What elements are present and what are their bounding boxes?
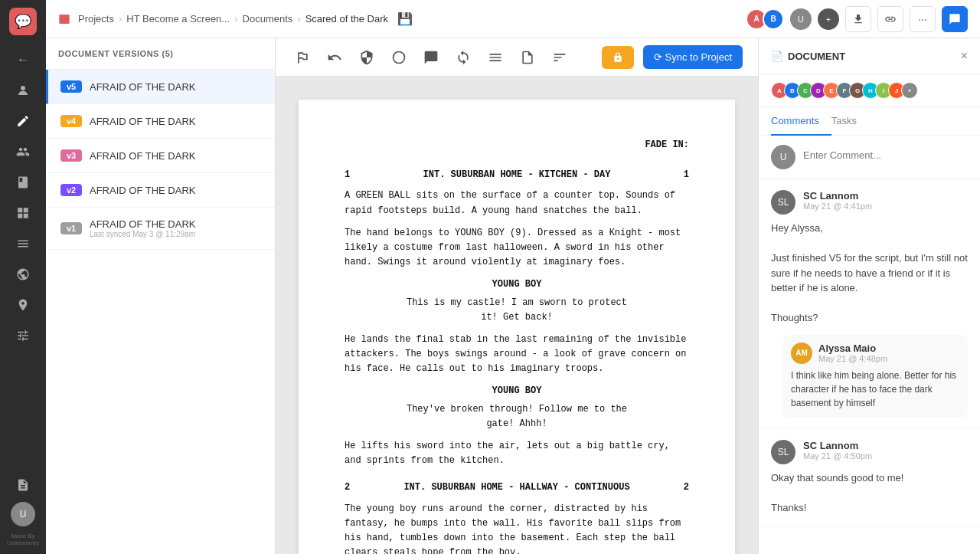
reply-1-text: I think like him being alone. Better for… bbox=[791, 369, 960, 410]
nav-edit[interactable] bbox=[9, 107, 37, 135]
version-item-v3[interactable]: v3 AFRAID OF THE DARK bbox=[46, 139, 275, 173]
reply-1-date: May 21 @ 4:48pm bbox=[818, 354, 887, 363]
breadcrumb-projects-link[interactable]: Projects bbox=[78, 13, 114, 25]
tab-comments[interactable]: Comments bbox=[771, 107, 831, 136]
version-item-v4[interactable]: v4 AFRAID OF THE DARK bbox=[46, 104, 275, 139]
breadcrumb-sep3: › bbox=[297, 13, 300, 25]
toolbar-scene-icon[interactable] bbox=[291, 46, 314, 69]
breadcrumb-docs-link[interactable]: Documents bbox=[243, 13, 293, 25]
panel-tabs: Comments Tasks bbox=[759, 107, 980, 136]
comment-input[interactable] bbox=[803, 145, 968, 166]
nav-sliders[interactable] bbox=[9, 322, 37, 349]
script-page: FADE IN: 1 INT. SUBURBAN HOME - KITCHEN … bbox=[299, 100, 735, 554]
scene1-dialogue1: This is my castle! I am sworn to protect… bbox=[406, 296, 628, 325]
toolbar-comment-icon[interactable] bbox=[420, 46, 443, 69]
scene2-num-right: 2 bbox=[684, 480, 689, 495]
nav-layers[interactable] bbox=[9, 199, 37, 227]
version-badge-v5: v5 bbox=[60, 80, 82, 93]
version-badge-v1: v1 bbox=[60, 222, 82, 234]
version-item-v2[interactable]: v2 AFRAID OF THE DARK bbox=[46, 173, 275, 208]
toolbar-sort-icon[interactable] bbox=[548, 46, 571, 69]
comment-1-text: Hey Alyssa, Just finished V5 for the scr… bbox=[771, 221, 968, 326]
lock-button[interactable] bbox=[602, 46, 634, 69]
right-panel: 📄 DOCUMENT × A B C D E F G H I J + Comme… bbox=[758, 38, 980, 554]
version-name-v3: AFRAID OF THE DARK bbox=[90, 150, 263, 162]
version-sync-v1: Last synced May 3 @ 11:29am bbox=[90, 230, 263, 238]
version-badge-v3: v3 bbox=[60, 149, 82, 162]
close-button[interactable]: × bbox=[961, 49, 968, 63]
version-name-v2: AFRAID OF THE DARK bbox=[90, 185, 263, 196]
comment-1-author: SC Lannom bbox=[803, 190, 872, 202]
nav-people[interactable] bbox=[9, 138, 37, 166]
nav-book[interactable] bbox=[9, 169, 37, 196]
comment-2-date: May 21 @ 4:50pm bbox=[803, 451, 872, 461]
nav-globe[interactable] bbox=[9, 261, 37, 288]
app-icon[interactable]: 💬 bbox=[9, 8, 37, 35]
top-nav-actions: A B U + ··· bbox=[746, 6, 968, 32]
nav-doc[interactable] bbox=[9, 471, 37, 499]
made-by-label: Made By Leanometry bbox=[0, 533, 46, 546]
version-item-v5[interactable]: v5 AFRAID OF THE DARK bbox=[46, 70, 275, 104]
sync-button[interactable]: ⟳ Sync to Project bbox=[643, 45, 743, 69]
scene1-dialogue2: They've broken through! Follow me to the… bbox=[406, 402, 628, 431]
tab-tasks[interactable]: Tasks bbox=[831, 107, 869, 136]
reply-1-header: AM Alyssa Maio May 21 @ 4:48pm bbox=[791, 343, 960, 364]
collab-avatar-2: B bbox=[763, 8, 784, 30]
top-nav: Projects › HT Become a Screen... › Docum… bbox=[46, 0, 980, 38]
version-item-v1[interactable]: v1 AFRAID OF THE DARK Last synced May 3 … bbox=[46, 208, 275, 250]
main-area: Projects › HT Become a Screen... › Docum… bbox=[46, 0, 980, 554]
version-badge-v4: v4 bbox=[60, 115, 82, 127]
user-avatar-nav: U bbox=[790, 8, 812, 30]
svg-point-2 bbox=[394, 51, 405, 63]
nav-user[interactable] bbox=[9, 77, 37, 104]
version-name-v5: AFRAID OF THE DARK bbox=[90, 81, 263, 93]
comment-1-date: May 21 @ 4:41pm bbox=[803, 202, 872, 211]
scene1-character2: YOUNG BOY bbox=[345, 384, 689, 398]
doc-icon: 📄 bbox=[771, 51, 783, 62]
script-area-wrapper: ⟳ Sync to Project FADE IN: 1 INT. SUBURB… bbox=[276, 38, 758, 554]
reply-1-avatar: AM bbox=[791, 343, 812, 364]
comment-1: SL SC Lannom May 21 @ 4:41pm Hey Alyssa,… bbox=[759, 179, 980, 429]
breadcrumb-save-icon[interactable]: 💾 bbox=[397, 11, 413, 26]
scene1-action4: He lifts his sword into the air, lets ou… bbox=[345, 439, 689, 468]
scene2-num: 2 bbox=[345, 480, 350, 495]
toolbar-menu-icon[interactable] bbox=[484, 46, 507, 69]
versions-sidebar: DOCUMENT VERSIONS (5) v5 AFRAID OF THE D… bbox=[46, 38, 276, 554]
nav-location[interactable] bbox=[9, 291, 37, 319]
toolbar-sync-icon[interactable] bbox=[452, 46, 475, 69]
more-button[interactable]: ··· bbox=[910, 6, 936, 32]
nav-back[interactable]: ← bbox=[9, 46, 37, 74]
collab-more: + bbox=[901, 82, 918, 99]
scene1-action1: A GREEN BALL sits on the surface of a co… bbox=[345, 188, 689, 218]
toolbar-shield-icon[interactable] bbox=[355, 46, 378, 69]
scene1-action2: The hand belongs to YOUNG BOY (9). Dress… bbox=[345, 226, 689, 270]
right-panel-header: 📄 DOCUMENT × bbox=[759, 38, 980, 74]
breadcrumb-sep2: › bbox=[234, 13, 237, 25]
panel-title: 📄 DOCUMENT bbox=[771, 51, 845, 62]
nav-list[interactable] bbox=[9, 230, 37, 257]
toolbar-page-icon[interactable] bbox=[516, 46, 539, 69]
script-viewer[interactable]: FADE IN: 1 INT. SUBURBAN HOME - KITCHEN … bbox=[276, 77, 758, 554]
chat-button[interactable] bbox=[942, 6, 968, 32]
version-name-v4: AFRAID OF THE DARK bbox=[90, 116, 263, 127]
breadcrumb-projects[interactable] bbox=[58, 12, 74, 25]
download-button[interactable] bbox=[845, 6, 871, 32]
user-avatar[interactable]: U bbox=[11, 502, 35, 526]
fade-in: FADE IN: bbox=[345, 138, 689, 152]
comment-2-header: SL SC Lannom May 21 @ 4:50pm bbox=[771, 440, 968, 464]
toolbar-undo-icon[interactable] bbox=[323, 46, 346, 69]
link-button[interactable] bbox=[877, 6, 903, 32]
reply-1-author: Alyssa Maio bbox=[818, 343, 887, 354]
panel-title-text: DOCUMENT bbox=[788, 51, 845, 62]
version-name-v1: AFRAID OF THE DARK bbox=[90, 218, 263, 230]
collaborators-row: A B C D E F G H I J + bbox=[759, 74, 980, 107]
left-sidebar: 💬 ← U Made By Leanometry bbox=[0, 0, 46, 554]
svg-point-0 bbox=[21, 86, 25, 90]
breadcrumb-ht-link[interactable]: HT Become a Screen... bbox=[126, 13, 230, 25]
reply-1-meta: Alyssa Maio May 21 @ 4:48pm bbox=[818, 343, 887, 363]
toolbar-circle-icon[interactable] bbox=[387, 46, 410, 69]
breadcrumb-sep1: › bbox=[119, 13, 122, 25]
collab-avatar-extra: + bbox=[818, 8, 839, 30]
scene1-character1: YOUNG BOY bbox=[345, 277, 689, 292]
breadcrumb-current: Scared of the Dark bbox=[305, 13, 388, 25]
